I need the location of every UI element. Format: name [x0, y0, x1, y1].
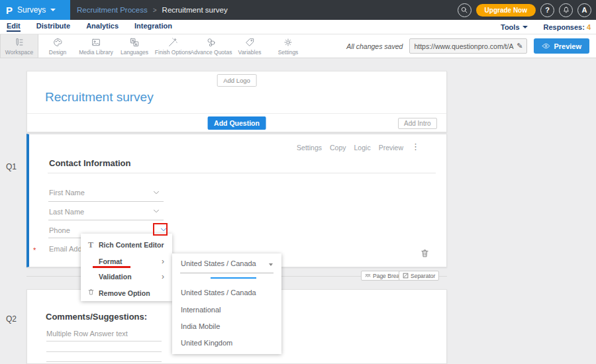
edit-url-icon[interactable]: ✎	[517, 42, 522, 50]
menu-item-rich-content-editor[interactable]: T Rich Content Editor	[81, 236, 172, 253]
chevron-down-icon	[152, 206, 161, 216]
divider	[27, 113, 446, 114]
help-button[interactable]: ?	[540, 3, 554, 17]
upgrade-now-button[interactable]: Upgrade Now	[476, 4, 536, 17]
toolbar-item-finish-options[interactable]: Finish Options	[154, 34, 192, 58]
questionpro-logo: P	[6, 5, 13, 15]
breadcrumb: Recruitment Process > Recruitment survey	[77, 6, 228, 14]
required-asterisk: *	[33, 246, 36, 254]
tab-edit[interactable]: Edit	[7, 22, 21, 32]
chevron-down-icon	[152, 188, 161, 197]
toolbar-item-workspace[interactable]: Workspace	[0, 34, 38, 58]
field-label-first-name[interactable]: First Name	[49, 189, 85, 197]
toolbar-item-advance-quotas[interactable]: Advance Quotas	[192, 34, 230, 58]
question-number-q1: Q1	[6, 162, 17, 171]
breadcrumb-current: Recruitment survey	[162, 6, 228, 14]
surveys-menu[interactable]: P Surveys	[0, 0, 70, 20]
annotation-highlight-box	[153, 223, 168, 236]
menu-item-validation[interactable]: Validation ›	[81, 269, 172, 284]
media-library-icon	[91, 37, 101, 48]
annotation-underline	[93, 266, 130, 268]
question-actions: Settings Copy Logic Preview	[297, 144, 403, 152]
survey-url-field[interactable]: https://www.questionpro.com/t/APNrFZ ✎	[409, 38, 527, 54]
responses-count: 4	[587, 23, 591, 31]
menu-item-remove-option[interactable]: Remove Option	[81, 285, 172, 301]
search-button[interactable]	[458, 3, 472, 17]
notifications-button[interactable]	[559, 3, 573, 17]
add-logo-button[interactable]: Add Logo	[217, 74, 257, 87]
avatar[interactable]: A	[577, 3, 591, 17]
survey-title[interactable]: Recruitment survey	[45, 90, 154, 105]
kebab-menu-icon[interactable]: ⋮	[411, 142, 420, 152]
tab-analytics[interactable]: Analytics	[86, 22, 119, 32]
field-label-last-name[interactable]: Last Name	[49, 208, 84, 216]
design-icon	[52, 37, 63, 48]
chevron-down-icon	[50, 9, 56, 11]
main-nav: Edit Distribute Analytics Integration To…	[0, 20, 596, 34]
tools-dropdown[interactable]: Tools	[501, 23, 528, 31]
multirow-answer-placeholder[interactable]: Multiple Row Answer text	[46, 330, 128, 338]
toolbar-item-languages[interactable]: Languages	[115, 34, 154, 58]
question-settings-link[interactable]: Settings	[297, 144, 322, 152]
select-caret-icon	[269, 263, 273, 266]
tools-label: Tools	[501, 23, 520, 31]
toolbar-item-media-library[interactable]: Media Library	[77, 34, 115, 58]
answer-underline	[46, 351, 162, 352]
chevron-down-icon	[522, 26, 528, 28]
surveys-menu-label: Surveys	[17, 5, 46, 15]
question-logic-link[interactable]: Logic	[354, 144, 371, 152]
languages-icon	[129, 37, 140, 48]
breadcrumb-folder[interactable]: Recruitment Process	[77, 6, 148, 14]
trash-icon	[86, 288, 95, 298]
survey-header-card: Add Logo Recruitment survey Add Question…	[26, 71, 447, 132]
page-break-icon	[365, 273, 371, 279]
toolbar-item-variables[interactable]: Variables	[230, 34, 269, 58]
format-submenu-panel: United States / Canada United States / C…	[172, 253, 281, 354]
toolbar-item-settings[interactable]: Settings	[269, 34, 307, 58]
separator-icon	[403, 273, 409, 279]
separator-button[interactable]: Separator	[399, 271, 439, 281]
field-dropdown-last-name[interactable]	[152, 206, 161, 216]
select-focus-bar	[211, 277, 256, 279]
advance-quotas-icon	[206, 37, 217, 48]
toolbar-item-design[interactable]: Design	[38, 34, 77, 58]
settings-icon	[283, 37, 293, 48]
responses-link[interactable]: Responses: 4	[544, 23, 591, 31]
format-option-united-kingdom[interactable]: United Kingdom	[181, 339, 232, 347]
field-options-context-menu: T Rich Content Editor Format › Validatio…	[81, 234, 172, 301]
nav-tabs: Edit Distribute Analytics Integration	[0, 22, 172, 32]
questionpro-survey-editor: P Surveys Recruitment Process > Recruitm…	[0, 0, 596, 364]
question-preview-link[interactable]: Preview	[379, 144, 403, 152]
field-dropdown-first-name[interactable]	[152, 188, 161, 197]
format-option-india-mobile[interactable]: India Mobile	[181, 322, 220, 330]
format-option-us-canada[interactable]: United States / Canada	[181, 289, 256, 296]
rich-text-icon: T	[86, 240, 95, 250]
workspace-icon	[14, 37, 25, 48]
add-intro-button[interactable]: Add Intro	[398, 118, 437, 129]
add-question-button[interactable]: Add Question	[207, 116, 266, 130]
chevron-right-icon: ›	[162, 257, 164, 266]
variables-icon	[244, 37, 255, 48]
field-underline	[48, 201, 164, 202]
preview-button[interactable]: Preview	[534, 38, 589, 54]
field-label-phone[interactable]: Phone	[49, 226, 70, 234]
question-heading[interactable]: Contact Information	[49, 158, 131, 168]
tab-integration[interactable]: Integration	[134, 22, 172, 32]
editor-toolbar: Workspace Design Media Library Languages…	[0, 34, 596, 58]
breadcrumb-separator: >	[153, 7, 157, 14]
tab-distribute[interactable]: Distribute	[36, 22, 70, 32]
responses-label: Responses:	[544, 23, 585, 31]
format-option-international[interactable]: International	[181, 306, 221, 314]
trash-icon	[420, 248, 430, 258]
nav-right: Tools Responses: 4	[501, 23, 596, 31]
delete-question-button[interactable]	[420, 248, 430, 259]
question-copy-link[interactable]: Copy	[330, 144, 346, 152]
question-heading[interactable]: Comments/Suggestions:	[46, 312, 147, 322]
save-status: All changes saved	[346, 42, 403, 50]
topbar: P Surveys Recruitment Process > Recruitm…	[0, 0, 596, 20]
format-select[interactable]: United States / Canada	[181, 259, 273, 267]
chevron-right-icon: ›	[162, 272, 164, 281]
survey-url: https://www.questionpro.com/t/APNrFZ	[414, 42, 514, 50]
field-underline	[48, 220, 164, 220]
bell-icon	[562, 6, 570, 14]
